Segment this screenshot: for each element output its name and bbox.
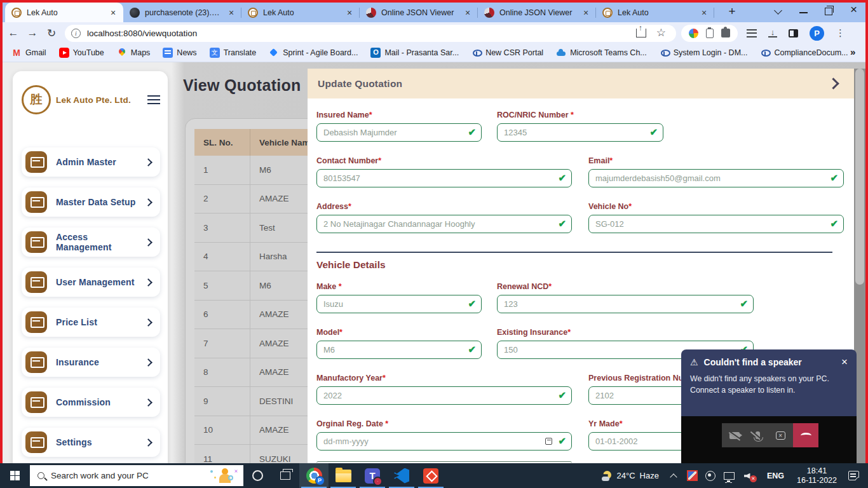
sidebar-item[interactable]: Insurance — [22, 348, 160, 377]
network-icon[interactable] — [724, 472, 735, 480]
bookmark-item[interactable]: Gmail — [6, 46, 51, 60]
share-icon[interactable] — [636, 29, 646, 37]
close-window-button[interactable] — [850, 6, 859, 15]
sidebar-item[interactable]: Commission — [22, 388, 160, 417]
side-panel-icon[interactable] — [789, 29, 798, 37]
calendar-icon[interactable] — [545, 438, 552, 445]
insured-name-input[interactable] — [323, 128, 462, 137]
sidebar-item[interactable]: Admin Master — [22, 147, 160, 177]
close-tab-icon[interactable] — [581, 8, 591, 18]
speaker-notification: Couldn't find a speaker We didn't find a… — [681, 349, 857, 463]
bookmark-star-icon[interactable] — [656, 29, 666, 37]
task-view-button[interactable] — [271, 463, 299, 488]
stop-sharing-icon[interactable] — [776, 431, 785, 440]
new-tab-button[interactable] — [723, 3, 741, 20]
bookmark-item[interactable]: New CSR Portal — [466, 46, 548, 60]
show-hidden-icons-chevron[interactable] — [670, 473, 677, 479]
back-button[interactable]: ← — [4, 24, 23, 43]
bookmark-item[interactable]: News — [158, 46, 201, 60]
taskbar-app[interactable] — [358, 463, 387, 488]
taskbar-search[interactable]: Search work and your PC — [30, 465, 243, 486]
model-input[interactable] — [323, 345, 462, 355]
bookmark-item[interactable]: Translate — [205, 46, 262, 60]
mic-off-icon[interactable] — [756, 431, 760, 439]
scrollbar-thumb[interactable] — [855, 69, 864, 285]
taskbar-app[interactable] — [416, 463, 445, 488]
bookmark-item[interactable]: System Login - DM... — [654, 46, 753, 60]
camera-off-icon[interactable] — [729, 432, 740, 439]
section-divider — [316, 252, 832, 253]
temperature: 24°C — [616, 471, 635, 480]
close-notification-icon[interactable] — [841, 358, 848, 367]
email-input[interactable] — [595, 173, 824, 183]
start-button[interactable] — [0, 463, 30, 488]
downloads-icon[interactable] — [768, 29, 777, 37]
cortana-button[interactable] — [243, 463, 271, 488]
valid-check-icon — [558, 390, 566, 401]
orginal-reg-date-input[interactable] — [323, 437, 541, 446]
browser-tab[interactable]: Online JSON Viewer — [478, 3, 596, 22]
extension-icon[interactable] — [689, 29, 698, 38]
address-bar[interactable]: localhost:8080/viewquotation — [65, 25, 676, 42]
bookmark-item[interactable]: YouTube — [54, 46, 109, 60]
minimize-button[interactable] — [799, 6, 808, 15]
bookmarks-overflow-icon[interactable] — [850, 46, 855, 57]
renewal-ncd-input[interactable] — [504, 299, 734, 309]
reading-list-icon[interactable] — [747, 29, 757, 37]
sidebar-item[interactable]: Access Management — [22, 227, 160, 257]
contact-number-input[interactable] — [323, 173, 552, 183]
browser-tab[interactable]: Lek Auto — [5, 3, 123, 22]
notification-body: We didn't find any speakers on your PC. … — [690, 373, 848, 396]
sidebar-item[interactable]: Settings — [22, 428, 160, 457]
bookmark-item[interactable]: ComplianceDocum... — [755, 46, 853, 60]
module-icon — [25, 231, 47, 253]
forward-button[interactable]: → — [23, 24, 42, 43]
sidebar-item-label: Master Data Setup — [56, 197, 137, 207]
tab-search-chevron-icon[interactable] — [774, 6, 783, 15]
system-tray: 24°C Haze ENG 18:41 16-11-2022 — [597, 463, 868, 488]
close-tab-icon[interactable] — [463, 8, 473, 18]
weather-widget[interactable]: 24°C Haze — [597, 463, 663, 488]
hang-up-button[interactable] — [793, 423, 818, 447]
taskbar-app[interactable] — [387, 463, 416, 488]
vehicle-no-input[interactable] — [595, 219, 824, 229]
restore-button[interactable] — [825, 6, 834, 15]
hamburger-menu-icon[interactable] — [147, 95, 160, 104]
address-input[interactable] — [323, 219, 552, 229]
bookmark-item[interactable]: Maps — [112, 46, 156, 60]
browser-menu-icon[interactable] — [836, 27, 845, 39]
taskbar-app[interactable] — [329, 463, 358, 488]
close-tab-icon[interactable] — [108, 8, 118, 18]
close-tab-icon[interactable] — [344, 8, 355, 18]
bookmark-item[interactable]: Mail - Prasanta Sar... — [365, 46, 464, 60]
language-indicator[interactable]: ENG — [761, 463, 790, 488]
sidebar-item[interactable]: Master Data Setup — [22, 187, 160, 217]
clipboard-extension-icon[interactable] — [706, 29, 714, 38]
volume-muted-icon[interactable] — [744, 471, 756, 481]
make-input[interactable] — [323, 299, 462, 309]
browser-tab[interactable]: Lek Auto — [241, 3, 360, 22]
extensions-puzzle-icon[interactable] — [721, 29, 730, 37]
manufactory-year-input[interactable] — [323, 391, 552, 400]
roc-nric-input[interactable] — [504, 128, 644, 137]
sidebar-item[interactable]: Price List — [22, 308, 160, 337]
collapse-panel-icon[interactable] — [827, 78, 839, 89]
panel-header: Update Quotation — [308, 69, 854, 98]
sidebar-item[interactable]: User Management — [22, 268, 160, 297]
bookmark-item[interactable]: Sprint - Agile Board... — [264, 46, 363, 60]
close-tab-icon[interactable] — [699, 8, 709, 18]
browser-tab[interactable]: Lek Auto — [596, 3, 714, 22]
browser-tab[interactable]: Online JSON Viewer — [360, 3, 478, 22]
meet-now-icon[interactable] — [705, 471, 715, 481]
close-tab-icon[interactable] — [226, 8, 236, 18]
bookmark-item[interactable]: Microsoft Teams Ch... — [551, 46, 652, 60]
profile-avatar[interactable]: P — [810, 26, 824, 41]
clock[interactable]: 18:41 16-11-2022 — [790, 463, 843, 488]
reload-button[interactable]: ↻ — [42, 24, 61, 43]
field-email: Email* — [588, 156, 844, 187]
browser-tab[interactable]: purchasenote (23).pdf — [123, 3, 241, 22]
site-info-icon[interactable] — [71, 29, 81, 38]
taskbar-app[interactable] — [299, 463, 329, 488]
action-center-icon[interactable] — [848, 471, 859, 480]
tray-app-icon[interactable] — [687, 470, 698, 481]
